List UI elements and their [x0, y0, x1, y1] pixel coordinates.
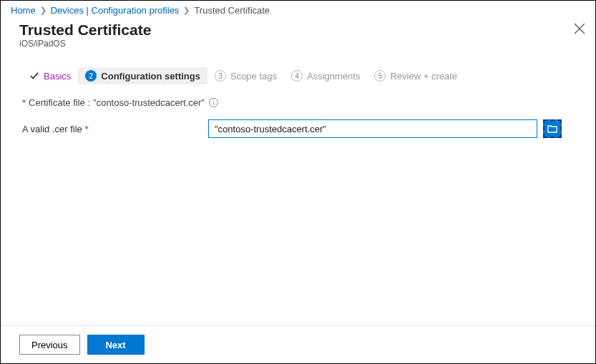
- page-header: Trusted Certificate iOS/iPadOS: [1, 20, 595, 51]
- breadcrumb: Home ❯ Devices | Configuration profiles …: [1, 1, 595, 20]
- page-title: Trusted Certificate: [19, 21, 577, 39]
- certificate-file-display: * Certificate file : "contoso-trustedcac…: [22, 97, 577, 108]
- step-label: Scope tags: [230, 71, 277, 82]
- step-number-badge: 4: [291, 70, 303, 82]
- wizard-steps: Basics 2 Configuration settings 3 Scope …: [1, 51, 595, 94]
- check-icon: [29, 71, 39, 81]
- breadcrumb-current: Trusted Certificate: [194, 5, 270, 16]
- wizard-footer: Previous Next: [1, 325, 595, 363]
- form-area: * Certificate file : "contoso-trustedcac…: [1, 94, 595, 325]
- close-icon: [574, 23, 585, 34]
- step-label: Configuration settings: [101, 71, 200, 82]
- required-indicator: *: [84, 124, 88, 134]
- step-label: Basics: [44, 71, 71, 82]
- info-icon[interactable]: i: [209, 98, 218, 107]
- browse-file-button[interactable]: [543, 119, 562, 138]
- step-label: Review + create: [390, 71, 457, 82]
- next-button[interactable]: Next: [87, 335, 145, 355]
- step-review-create[interactable]: 5 Review + create: [367, 67, 464, 84]
- valid-cer-file-label: A valid .cer file *: [22, 124, 208, 134]
- chevron-right-icon: ❯: [183, 6, 190, 15]
- step-number-badge: 3: [215, 70, 226, 82]
- chevron-right-icon: ❯: [40, 6, 47, 15]
- breadcrumb-home[interactable]: Home: [11, 5, 36, 16]
- certificate-file-label: Certificate file :: [29, 97, 90, 108]
- page-subtitle: iOS/iPadOS: [19, 39, 577, 49]
- folder-icon: [547, 124, 557, 133]
- step-configuration-settings[interactable]: 2 Configuration settings: [78, 67, 207, 84]
- close-button[interactable]: [574, 23, 585, 34]
- file-input-row: A valid .cer file *: [22, 119, 577, 138]
- step-number-badge: 5: [374, 70, 386, 82]
- certificate-file-name: "contoso-trustedcacert.cer": [93, 97, 205, 108]
- cer-file-input[interactable]: [208, 119, 537, 138]
- previous-button[interactable]: Previous: [19, 335, 80, 355]
- required-indicator: *: [22, 97, 26, 108]
- step-number-badge: 2: [85, 70, 97, 82]
- step-assignments[interactable]: 4 Assignments: [284, 67, 367, 84]
- step-basics[interactable]: Basics: [22, 68, 78, 84]
- step-label: Assignments: [307, 71, 360, 82]
- breadcrumb-devices[interactable]: Devices | Configuration profiles: [51, 5, 180, 16]
- step-scope-tags[interactable]: 3 Scope tags: [207, 67, 284, 84]
